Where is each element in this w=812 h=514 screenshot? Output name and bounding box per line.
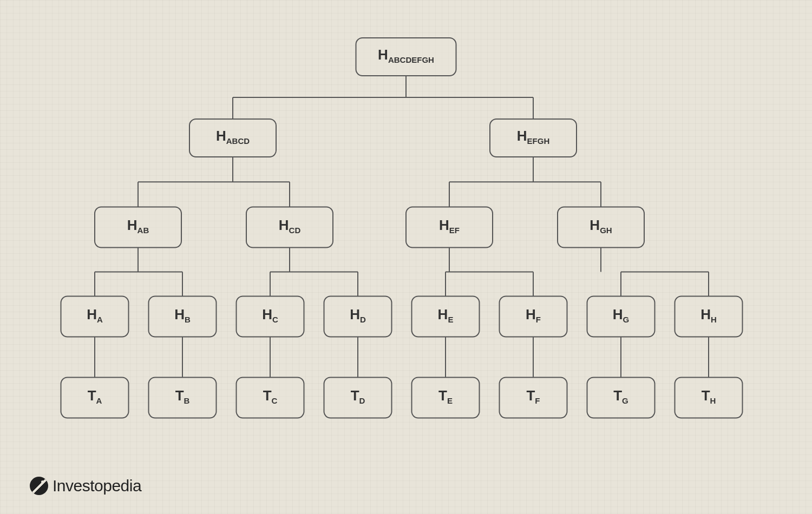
node-H-CD: HCD [246, 207, 333, 248]
node-H-A: HA [61, 296, 129, 337]
svg-rect-76 [149, 378, 217, 418]
node-H-AB: HAB [95, 207, 181, 248]
svg-rect-72 [675, 296, 743, 337]
svg-rect-80 [324, 378, 392, 418]
node-T-C: TC [237, 378, 304, 418]
node-T-D: TD [324, 378, 392, 418]
svg-rect-78 [237, 378, 304, 418]
svg-rect-52 [246, 207, 333, 248]
svg-rect-64 [324, 296, 392, 337]
merkle-tree-diagram: HABCDEFGHHABCDHEFGHHABHCDHEFHGHHAHBHCHDH… [0, 0, 812, 514]
node-H-EF: HEF [406, 207, 493, 248]
svg-rect-70 [587, 296, 655, 337]
svg-rect-50 [95, 207, 181, 248]
node-H-ABCDEFGH: HABCDEFGH [356, 38, 456, 76]
node-H-G: HG [587, 296, 655, 337]
svg-rect-68 [500, 296, 567, 337]
node-H-GH: HGH [558, 207, 644, 248]
svg-rect-82 [412, 378, 480, 418]
brand-name: Investopedia [53, 477, 141, 495]
node-T-B: TB [149, 378, 217, 418]
node-T-A: TA [61, 378, 129, 418]
node-T-E: TE [412, 378, 480, 418]
node-H-F: HF [500, 296, 567, 337]
brand-attribution: Investopedia [30, 477, 141, 495]
node-T-G: TG [587, 378, 655, 418]
node-H-EFGH: HEFGH [490, 119, 577, 157]
node-H-C: HC [237, 296, 304, 337]
svg-rect-54 [406, 207, 493, 248]
svg-rect-48 [490, 119, 577, 157]
node-H-H: HH [675, 296, 743, 337]
svg-rect-86 [587, 378, 655, 418]
node-H-D: HD [324, 296, 392, 337]
svg-rect-66 [412, 296, 480, 337]
node-H-E: HE [412, 296, 480, 337]
node-H-ABCD: HABCD [189, 119, 276, 157]
svg-rect-44 [356, 38, 456, 76]
svg-rect-62 [237, 296, 304, 337]
svg-rect-60 [149, 296, 217, 337]
svg-rect-58 [61, 296, 129, 337]
node-H-B: HB [149, 296, 217, 337]
svg-rect-46 [189, 119, 276, 157]
node-T-H: TH [675, 378, 743, 418]
svg-rect-84 [500, 378, 567, 418]
node-T-F: TF [500, 378, 567, 418]
investopedia-logo-icon [30, 477, 48, 495]
svg-rect-56 [558, 207, 644, 248]
svg-rect-74 [61, 378, 129, 418]
svg-rect-88 [675, 378, 743, 418]
